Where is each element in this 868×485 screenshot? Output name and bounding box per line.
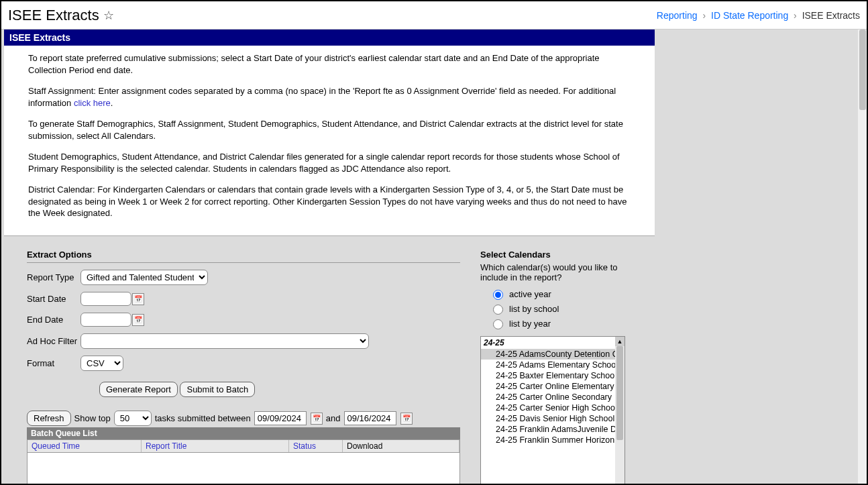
report-type-label: Report Type [27, 272, 80, 282]
start-date-input[interactable] [80, 292, 131, 306]
show-top-label: Show top [74, 413, 111, 423]
favorite-star-icon[interactable]: ☆ [103, 8, 114, 23]
end-date-label: End Date [27, 315, 80, 325]
intro-p2: Staff Assignment: Enter assignment codes… [28, 85, 635, 109]
scroll-thumb[interactable] [859, 30, 866, 110]
intro-p4: Student Demographics, Student Attendance… [28, 151, 635, 174]
format-label: Format [27, 358, 80, 368]
list-by-school-label: list by school [509, 304, 559, 314]
calendar-option[interactable]: 24-25 Davis Senior High School [481, 413, 625, 424]
calendar-icon[interactable]: 📅 [132, 293, 144, 305]
intro-p1: To report state preferred cumulative sub… [28, 52, 635, 76]
start-date-label: Start Date [27, 294, 80, 304]
batch-queue-columns: Queued Time Report Title Status Download [27, 439, 460, 453]
intro-p5: District Calendar: For Kindergarten Cale… [28, 184, 635, 219]
list-by-year-radio[interactable] [493, 319, 503, 329]
listbox-scrollbar[interactable]: ▲ ▼ [615, 337, 625, 485]
extract-options-title: Extract Options [27, 250, 460, 263]
scroll-thumb[interactable] [616, 346, 623, 440]
breadcrumb-reporting[interactable]: Reporting [657, 10, 698, 21]
queue-date-from-input[interactable] [254, 411, 307, 425]
panel-header: ISEE Extracts [4, 30, 655, 46]
calendar-year-row[interactable]: 24-25 [481, 337, 625, 349]
page-title-text: ISEE Extracts [8, 7, 99, 24]
end-date-input[interactable] [80, 313, 131, 327]
batch-queue-list-title: Batch Queue List [27, 427, 460, 439]
calendar-option[interactable]: 24-25 AdamsCounty Detention C [481, 349, 625, 360]
batch-queue-body [27, 453, 460, 485]
calendar-icon[interactable]: 📅 [132, 314, 144, 326]
calendar-option[interactable]: 24-25 Franklin AdamsJuvenile D [481, 424, 625, 435]
active-year-radio[interactable] [493, 290, 503, 300]
select-calendars-title: Select Calendars [480, 250, 655, 260]
col-download: Download [343, 440, 459, 452]
format-select[interactable]: CSV [80, 356, 123, 371]
chevron-right-icon: › [794, 10, 797, 21]
intro-p2a: Staff Assignment: Enter assignment codes… [28, 86, 616, 108]
col-report-title[interactable]: Report Title [142, 440, 289, 452]
list-by-school-radio[interactable] [493, 305, 503, 315]
select-calendars-prompt: Which calendar(s) would you like to incl… [480, 262, 635, 282]
intro-p2b: . [111, 98, 113, 108]
calendar-option[interactable]: 24-25 Carter Online Elementary [481, 381, 625, 392]
active-year-label: active year [509, 289, 551, 299]
calendar-option[interactable]: 24-25 Franklin Summer Horizon [481, 435, 625, 445]
chevron-right-icon: › [702, 10, 706, 21]
calendar-option[interactable]: 24-25 Carter Senior High Schoo [481, 402, 625, 413]
calendar-option[interactable]: 24-25 Adams Elementary Schoo [481, 360, 625, 370]
calendar-icon[interactable]: 📅 [311, 413, 323, 425]
show-top-select[interactable]: 50 [114, 411, 152, 426]
tasks-between-label: tasks submitted between [155, 413, 251, 423]
breadcrumb: Reporting › ID State Reporting › ISEE Ex… [657, 10, 860, 21]
page-title: ISEE Extracts ☆ [8, 7, 114, 24]
list-by-year-label: list by year [509, 319, 551, 329]
breadcrumb-id-state-reporting[interactable]: ID State Reporting [711, 10, 788, 21]
ad-hoc-filter-select[interactable] [80, 333, 369, 349]
refresh-button[interactable]: Refresh [27, 411, 71, 426]
submit-to-batch-button[interactable]: Submit to Batch [180, 382, 255, 397]
calendar-option[interactable]: 24-25 Carter Online Secondary [481, 392, 625, 402]
ad-hoc-filter-label: Ad Hoc Filter [27, 336, 80, 346]
calendar-listbox[interactable]: 24-25 24-25 AdamsCounty Detention C 24-2… [480, 336, 625, 485]
breadcrumb-current: ISEE Extracts [802, 10, 860, 21]
col-status[interactable]: Status [289, 440, 343, 452]
intro-p3: To generate Staff Demographics, Staff As… [28, 118, 635, 142]
scroll-up-icon[interactable]: ▲ [615, 337, 625, 346]
page-scrollbar[interactable] [857, 30, 867, 484]
queue-date-to-input[interactable] [344, 411, 396, 425]
calendar-icon[interactable]: 📅 [400, 413, 413, 425]
generate-report-button[interactable]: Generate Report [99, 382, 178, 397]
calendar-option[interactable]: 24-25 Baxter Elementary School [481, 370, 625, 381]
report-type-select[interactable]: Gifted and Talented Students [80, 270, 208, 285]
and-label: and [326, 413, 341, 423]
intro-text: To report state preferred cumulative sub… [4, 46, 655, 236]
col-queued-time[interactable]: Queued Time [28, 440, 142, 452]
click-here-link[interactable]: click here [74, 98, 111, 108]
